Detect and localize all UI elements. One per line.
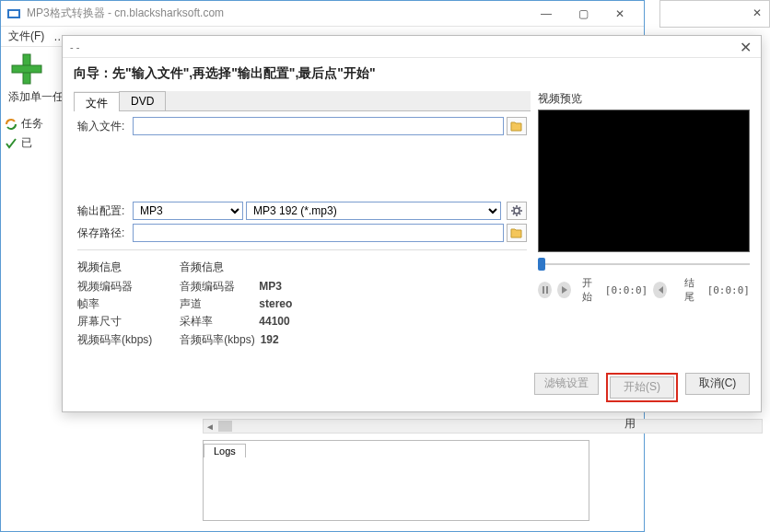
maximize-button[interactable]: ▢: [565, 2, 601, 26]
play-icon: [561, 286, 568, 294]
sample-rate-value: 44100: [259, 313, 289, 330]
channel-value: stereo: [259, 295, 292, 313]
pause-button[interactable]: [538, 282, 552, 298]
close-button[interactable]: ✕: [601, 2, 638, 26]
check-icon: [5, 137, 18, 150]
gear-icon: [510, 204, 523, 217]
add-task-button[interactable]: [8, 51, 45, 87]
video-info-block: 视频信息 视频编码器 帧率 屏幕尺寸 视频码率(kbps): [77, 260, 152, 349]
wizard-dialog: - - ✕ 向导：先"输入文件",再选择"输出配置",最后点"开始" 文件 DV…: [62, 35, 762, 412]
pause-icon: [542, 286, 549, 294]
svg-rect-5: [542, 286, 544, 294]
refresh-icon: [5, 118, 18, 131]
svg-point-4: [514, 208, 519, 214]
logs-tab[interactable]: Logs: [204, 444, 246, 457]
screen-size-label: 屏幕尺寸: [77, 313, 151, 330]
preview-label: 视频预览: [538, 91, 750, 107]
video-encoder-label: 视频编码器: [77, 278, 151, 295]
app-icon: [6, 6, 21, 21]
browse-input-button[interactable]: [507, 117, 527, 135]
video-bitrate-label: 视频码率(kbps): [77, 331, 152, 349]
main-titlebar: MP3格式转换器 - cn.blacksharksoft.com — ▢ ✕: [1, 1, 644, 27]
save-path-label: 保存路径:: [77, 226, 133, 241]
tab-file[interactable]: 文件: [74, 92, 120, 111]
minimize-button[interactable]: —: [528, 2, 565, 26]
wizard-heading: 向导：先"输入文件",再选择"输出配置",最后点"开始": [74, 65, 750, 82]
svg-rect-1: [9, 11, 18, 17]
video-info-header: 视频信息: [77, 260, 152, 275]
save-path-field[interactable]: [133, 224, 504, 242]
audio-bitrate-label: 音频码率(kbps): [180, 331, 254, 349]
output-preset-select[interactable]: MP3 192 (*.mp3): [246, 202, 501, 220]
browse-save-button[interactable]: [507, 224, 527, 242]
scroll-thumb[interactable]: [218, 421, 232, 432]
audio-encoder-label: 音频编码器: [180, 278, 253, 295]
channel-label: 声道: [180, 295, 253, 313]
input-tabs: 文件 DVD: [74, 91, 531, 111]
end-timecode: [0:0:0]: [707, 284, 750, 296]
horizontal-scrollbar[interactable]: ◄: [203, 419, 763, 434]
secondary-close-button[interactable]: ✕: [745, 1, 769, 25]
play-button[interactable]: [557, 282, 571, 298]
start-label: 开始: [582, 276, 600, 304]
scroll-left-icon[interactable]: ◄: [204, 422, 216, 432]
end-label: 结尾: [684, 276, 702, 304]
dialog-close-button[interactable]: ✕: [731, 37, 759, 57]
cancel-button[interactable]: 取消(C): [685, 373, 750, 395]
start-timecode: [0:0:0]: [605, 284, 648, 296]
filter-settings-button[interactable]: 滤镜设置: [534, 373, 599, 395]
slider-thumb[interactable]: [538, 258, 545, 271]
audio-bitrate-value: 192: [261, 331, 279, 349]
tree-item-label: 任务: [21, 116, 43, 132]
svg-rect-6: [546, 286, 548, 294]
folder-open-icon: [510, 227, 523, 238]
output-format-select[interactable]: MP3: [133, 202, 243, 220]
skip-start-icon: [657, 286, 664, 294]
menu-file[interactable]: 文件(F): [8, 29, 44, 44]
audio-info-header: 音频信息: [180, 260, 292, 275]
preset-settings-button[interactable]: [507, 202, 527, 220]
audio-encoder-value: MP3: [259, 278, 282, 295]
start-button-highlight: 开始(S): [606, 373, 678, 402]
tab-dvd[interactable]: DVD: [119, 91, 166, 110]
dialog-button-bar: 滤镜设置 开始(S) 取消(C): [63, 364, 761, 411]
preview-controls: 开始 [0:0:0] 结尾 [0:0:0]: [538, 276, 750, 304]
secondary-window: ✕: [659, 0, 770, 28]
logs-panel: Logs: [203, 440, 589, 521]
input-file-label: 输入文件:: [77, 119, 133, 134]
output-config-label: 输出配置:: [77, 203, 133, 219]
input-file-field[interactable]: [133, 117, 504, 135]
sample-rate-label: 采样率: [180, 313, 253, 330]
preview-slider[interactable]: [538, 258, 750, 272]
logs-area: [204, 457, 589, 520]
video-preview: [538, 110, 750, 252]
fps-label: 帧率: [77, 295, 151, 313]
svg-rect-3: [12, 65, 41, 73]
dialog-title: - -: [70, 41, 753, 52]
audio-info-block: 音频信息 音频编码器MP3 声道stereo 采样率44100 音频码率(kbp…: [180, 260, 292, 349]
dialog-titlebar: - - ✕: [63, 36, 761, 58]
folder-open-icon: [510, 121, 523, 132]
mark-start-button[interactable]: [653, 282, 667, 298]
behind-text: 用: [624, 416, 636, 432]
tree-item-label: 已: [21, 135, 32, 151]
main-title: MP3格式转换器 - cn.blacksharksoft.com: [27, 6, 528, 21]
start-button[interactable]: 开始(S): [610, 376, 674, 399]
